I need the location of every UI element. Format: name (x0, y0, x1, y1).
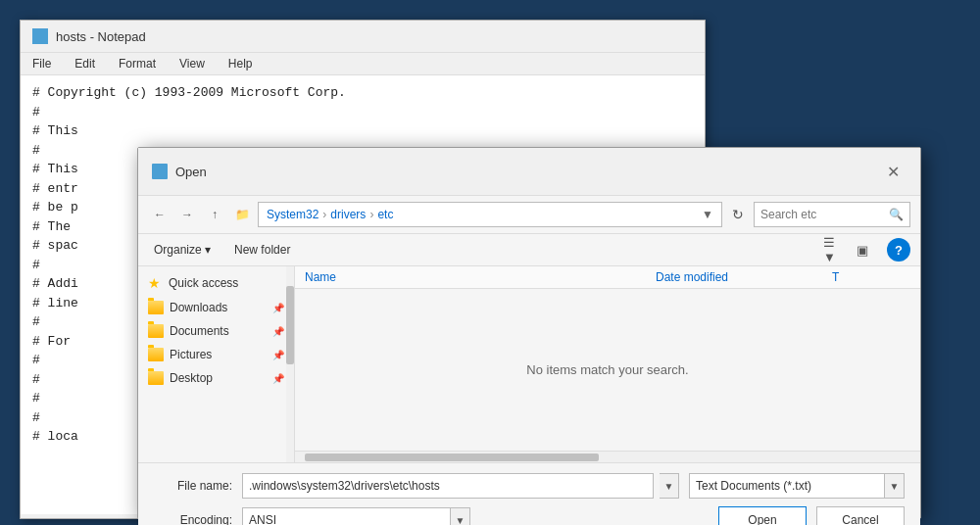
search-input[interactable] (760, 208, 885, 221)
filename-input-wrapper: ▼ (242, 473, 679, 499)
encoding-label: Encoding: (154, 513, 232, 525)
sidebar-documents-label: Documents (170, 324, 229, 338)
notepad-line: # Copyright (c) 1993-2009 Microsoft Corp… (32, 83, 693, 103)
breadcrumb-sep1: › (322, 208, 326, 221)
view-list-button[interactable]: ☰ ▼ (822, 239, 848, 261)
breadcrumb-dropdown[interactable]: ▼ (702, 208, 713, 221)
sidebar-desktop-label: Desktop (170, 371, 213, 385)
search-box[interactable]: 🔍 (754, 202, 910, 227)
view-buttons: ☰ ▼ ▣ (822, 239, 875, 261)
folder-icon-downloads (148, 301, 164, 314)
organize-button[interactable]: Organize ▾ (148, 240, 217, 260)
dialog-filelist: Name Date modified T No items match your… (295, 266, 920, 462)
dialog-titlebar: Open ✕ (138, 148, 920, 196)
folder-icon-desktop (148, 371, 164, 385)
folder-icon-documents (148, 324, 164, 338)
sidebar-scrollbar-track[interactable] (286, 266, 294, 462)
sidebar-item-documents[interactable]: Documents 📌 (138, 319, 294, 343)
pin-icon-desktop: 📌 (272, 373, 284, 384)
no-items-message: No items match your search. (295, 289, 920, 451)
notepad-titlebar: hosts - Notepad (21, 21, 705, 53)
menu-view[interactable]: View (175, 55, 209, 72)
pin-icon-downloads: 📌 (272, 303, 284, 313)
filename-row: File name: ▼ Text Documents (*.txt) All … (154, 473, 905, 499)
col-header-name[interactable]: Name (305, 270, 656, 284)
scrollbar-track-h[interactable] (295, 453, 920, 461)
filelist-scrollbar-h[interactable] (295, 451, 920, 462)
filename-label: File name: (154, 479, 232, 493)
encoding-select[interactable]: ANSI UTF-8 Unicode Unicode big endian (242, 507, 451, 525)
dialog-toolbar: Organize ▾ New folder ☰ ▼ ▣ ? (138, 234, 920, 266)
dialog-navbar: ← → ↑ 📁 System32 › drivers › etc ▼ ↻ 🔍 (138, 196, 920, 234)
menu-file[interactable]: File (28, 55, 55, 72)
open-dialog: Open ✕ ← → ↑ 📁 System32 › drivers › etc … (137, 147, 921, 519)
breadcrumb[interactable]: System32 › drivers › etc ▼ (258, 202, 722, 227)
sidebar-downloads-label: Downloads (170, 301, 227, 314)
breadcrumb-part2[interactable]: drivers (330, 208, 366, 221)
sidebar-scrollbar-thumb[interactable] (286, 286, 294, 364)
help-button[interactable]: ? (887, 238, 910, 262)
star-icon: ★ (148, 275, 161, 291)
view-details-button[interactable]: ▣ (850, 239, 875, 261)
filetype-select-wrapper: Text Documents (*.txt) All Files (*.*) ▼ (689, 473, 905, 499)
dialog-title-left: Open (152, 164, 207, 179)
dialog-sidebar: ★ Quick access Downloads 📌 Documents 📌 P… (138, 266, 295, 462)
filetype-select-arrow[interactable]: ▼ (885, 473, 905, 499)
filelist-header: Name Date modified T (295, 266, 920, 289)
forward-button[interactable]: → (175, 203, 199, 226)
pin-icon-pictures: 📌 (272, 350, 284, 360)
dialog-icon (152, 164, 168, 179)
notepad-icon (32, 28, 48, 44)
search-icon: 🔍 (889, 208, 904, 221)
scrollbar-thumb-h[interactable] (305, 453, 599, 461)
menu-edit[interactable]: Edit (71, 55, 99, 72)
sidebar-item-downloads[interactable]: Downloads 📌 (138, 296, 294, 319)
pin-icon-documents: 📌 (272, 326, 284, 337)
notepad-menubar: File Edit Format View Help (21, 53, 705, 75)
encoding-select-arrow[interactable]: ▼ (451, 507, 470, 525)
new-folder-button[interactable]: New folder (228, 240, 296, 260)
encoding-select-wrapper: ANSI UTF-8 Unicode Unicode big endian ▼ (242, 507, 470, 525)
close-button[interactable]: ✕ (879, 158, 906, 185)
menu-format[interactable]: Format (115, 55, 160, 72)
folder-icon-nav: 📁 (230, 203, 254, 226)
folder-icon-pictures (148, 348, 164, 361)
dialog-title: Open (175, 165, 207, 179)
notepad-title: hosts - Notepad (56, 29, 146, 44)
encoding-row: Encoding: ANSI UTF-8 Unicode Unicode big… (154, 506, 905, 525)
sidebar-quick-access-label: Quick access (169, 276, 238, 290)
notepad-line: # This (32, 121, 693, 141)
menu-help[interactable]: Help (224, 55, 257, 72)
open-button[interactable]: Open (718, 506, 807, 525)
cancel-button[interactable]: Cancel (816, 506, 905, 525)
refresh-button[interactable]: ↻ (726, 203, 750, 226)
filename-dropdown-btn[interactable]: ▼ (660, 473, 679, 499)
sidebar-quick-access: ★ Quick access (138, 270, 294, 296)
back-button[interactable]: ← (148, 203, 172, 226)
breadcrumb-part3[interactable]: etc (377, 208, 393, 221)
sidebar-pictures-label: Pictures (170, 348, 212, 361)
breadcrumb-part1[interactable]: System32 (267, 208, 318, 221)
dialog-bottom: File name: ▼ Text Documents (*.txt) All … (138, 462, 920, 525)
sidebar-item-pictures[interactable]: Pictures 📌 (138, 343, 294, 366)
dialog-main: ★ Quick access Downloads 📌 Documents 📌 P… (138, 266, 920, 462)
breadcrumb-sep2: › (369, 208, 373, 221)
filename-input[interactable] (242, 473, 654, 499)
sidebar-item-desktop[interactable]: Desktop 📌 (138, 366, 294, 390)
col-header-date[interactable]: Date modified (656, 270, 832, 284)
up-button[interactable]: ↑ (203, 203, 226, 226)
notepad-line: # (32, 103, 693, 122)
filetype-select[interactable]: Text Documents (*.txt) All Files (*.*) (689, 473, 885, 499)
col-header-type[interactable]: T (832, 270, 910, 284)
